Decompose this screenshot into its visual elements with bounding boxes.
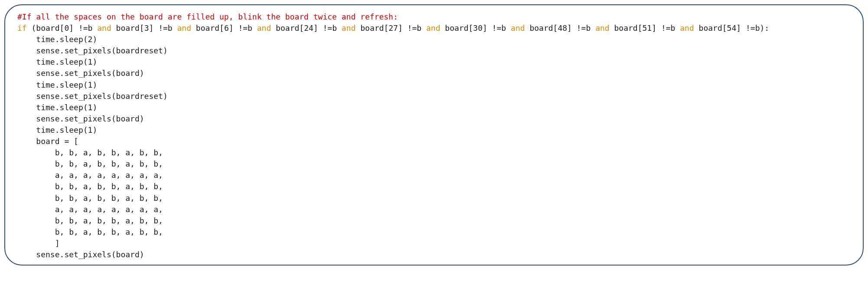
code-line: #If all the spaces on the board are fill…	[17, 11, 851, 23]
code-token: 3	[144, 23, 149, 33]
code-line: sense.set_pixels(board)	[17, 113, 851, 125]
code-token: 54	[727, 23, 737, 33]
code-token: ] !=b	[483, 23, 511, 33]
code-token: sense.set_pixels(boardreset)	[36, 92, 167, 101]
code-token: and	[511, 23, 525, 33]
code-token: if	[17, 23, 27, 33]
code-token: ] !=b	[149, 23, 177, 33]
code-token: sense.set_pixels(board)	[36, 114, 144, 123]
code-token: time.sleep(	[36, 35, 88, 44]
code-token: 2	[88, 35, 93, 44]
code-token: ] !=b	[567, 23, 595, 33]
code-line: time.sleep(2)	[17, 34, 851, 45]
code-token: b, b, a, b, b, a, b, b,	[55, 159, 163, 168]
code-token: board[	[610, 23, 643, 33]
code-token: a, a, a, a, a, a, a, a,	[55, 171, 163, 180]
code-token: ] !=b):	[736, 23, 769, 33]
code-token: board[	[694, 23, 727, 33]
code-line: sense.set_pixels(board)	[17, 68, 851, 79]
code-token: ] !=b	[652, 23, 680, 33]
code-token: time.sleep(	[36, 103, 88, 112]
code-token: and	[177, 23, 192, 33]
code-token: ] !=b	[313, 23, 342, 33]
code-line: b, b, a, b, b, a, b, b,	[17, 193, 851, 204]
code-token: and	[595, 23, 610, 33]
code-token: )	[92, 35, 97, 44]
code-line: if (board[0] !=b and board[3] !=b and bo…	[17, 23, 851, 34]
code-token: sense.set_pixels(board)	[36, 69, 144, 78]
code-token: b, b, a, b, b, a, b, b,	[55, 216, 163, 225]
code-token: )	[92, 80, 97, 89]
code-block: #If all the spaces on the board are fill…	[4, 4, 864, 266]
code-token: board[	[271, 23, 304, 33]
code-token: time.sleep(	[36, 80, 88, 89]
code-token: board[	[111, 23, 144, 33]
code-token: 30	[473, 23, 483, 33]
code-line: sense.set_pixels(boardreset)	[17, 91, 851, 102]
code-token: 1	[88, 80, 93, 89]
code-token: 1	[88, 125, 93, 134]
code-token: and	[342, 23, 356, 33]
code-line: a, a, a, a, a, a, a, a,	[17, 204, 851, 215]
code-token: 48	[558, 23, 567, 33]
code-line: sense.set_pixels(board)	[17, 249, 851, 260]
code-token: ]	[55, 239, 60, 248]
code-token: 24	[304, 23, 313, 33]
code-token: time.sleep(	[36, 125, 88, 134]
code-line: board = [	[17, 136, 851, 147]
code-token: time.sleep(	[36, 57, 88, 66]
code-line: a, a, a, a, a, a, a, a,	[17, 170, 851, 181]
code-token: )	[92, 125, 97, 134]
code-token: b, b, a, b, b, a, b, b,	[55, 227, 163, 236]
code-token: (board[	[27, 23, 65, 33]
code-line: b, b, a, b, b, a, b, b,	[17, 147, 851, 158]
code-token: a, a, a, a, a, a, a, a,	[55, 205, 163, 214]
code-line: b, b, a, b, b, a, b, b,	[17, 181, 851, 192]
code-token: ] !=b	[69, 23, 97, 33]
code-token: sense.set_pixels(board)	[36, 250, 144, 259]
code-line: time.sleep(1)	[17, 125, 851, 136]
code-line: ]	[17, 238, 851, 249]
code-token: 1	[88, 103, 93, 112]
code-token: )	[92, 103, 97, 112]
code-token: #If all the spaces on the board are fill…	[17, 12, 398, 21]
code-line: b, b, a, b, b, a, b, b,	[17, 158, 851, 170]
code-token: b, b, a, b, b, a, b, b,	[55, 182, 163, 191]
code-token: board = [	[36, 137, 78, 146]
code-token: board[	[440, 23, 473, 33]
code-token: sense.set_pixels(boardreset)	[36, 46, 167, 55]
code-token: board[	[525, 23, 558, 33]
code-token: and	[426, 23, 441, 33]
code-line: b, b, a, b, b, a, b, b,	[17, 215, 851, 226]
code-token: and	[680, 23, 694, 33]
code-token: )	[92, 57, 97, 66]
code-token: 27	[388, 23, 398, 33]
code-token: b, b, a, b, b, a, b, b,	[55, 193, 163, 203]
code-token: 1	[88, 57, 93, 66]
code-line: time.sleep(1)	[17, 79, 851, 91]
code-token: board[	[191, 23, 224, 33]
code-line: time.sleep(1)	[17, 102, 851, 113]
code-token: board[	[356, 23, 388, 33]
code-line: b, b, a, b, b, a, b, b,	[17, 226, 851, 238]
code-line: sense.set_pixels(boardreset)	[17, 45, 851, 56]
code-token: ] !=b	[229, 23, 257, 33]
code-token: ] !=b	[398, 23, 426, 33]
code-token: and	[97, 23, 111, 33]
code-line: time.sleep(1)	[17, 56, 851, 68]
code-token: and	[257, 23, 271, 33]
code-token: b, b, a, b, b, a, b, b,	[55, 148, 163, 157]
code-token: 51	[643, 23, 652, 33]
code-token: 0	[64, 23, 69, 33]
code-token: 6	[224, 23, 229, 33]
